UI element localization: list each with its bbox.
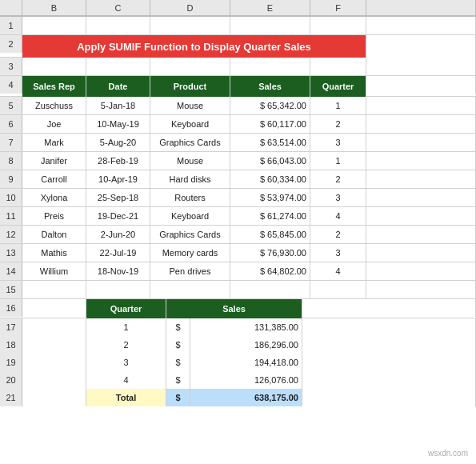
cell-quarter-7: 3	[310, 134, 366, 151]
cell-salesrep-7: Mark	[22, 134, 86, 151]
cell-date-13: 22-Jul-19	[86, 244, 150, 262]
cell-d3	[150, 58, 230, 75]
header-sales-rep: Sales Rep	[22, 76, 86, 97]
cell-product-8: Mouse	[150, 152, 230, 170]
rownum-21: 21	[0, 389, 22, 406]
rownum-4: 4	[0, 76, 22, 94]
cell-date-6: 10-May-19	[86, 115, 150, 133]
spreadsheet: B C D E F 1 2 Apply SUMIF Function to Di…	[0, 0, 476, 464]
rownum-9: 9	[0, 170, 22, 188]
header-sales: Sales	[230, 76, 310, 97]
summary-total-value: 638,175.00	[190, 389, 302, 406]
row-4: 4 Sales Rep Date Product Sales Quarter	[0, 76, 476, 97]
cell-quarter-8: 1	[310, 152, 366, 170]
rownum-1: 1	[0, 17, 22, 34]
cell-date-7: 5-Aug-20	[86, 134, 150, 151]
row-3: 3	[0, 58, 476, 76]
rownum-8: 8	[0, 152, 22, 170]
cell-c1	[86, 17, 150, 34]
data-rows-container: 5 Zuschuss 5-Jan-18 Mouse $ 65,342.00 1 …	[0, 97, 476, 281]
row-12: 12 Dalton 2-Jun-20 Graphics Cards $ 65,8…	[0, 226, 476, 244]
watermark: wsxdn.com	[428, 449, 468, 458]
cell-date-11: 19-Dec-21	[86, 207, 150, 225]
cell-sales-7: $ 63,514.00	[230, 134, 310, 151]
summary-row-17: 17 1 $ 131,385.00	[0, 318, 476, 336]
cell-salesrep-14: Willium	[22, 262, 86, 280]
rownum-10: 10	[0, 189, 22, 206]
cell-e3	[230, 58, 310, 75]
cell-quarter-12: 2	[310, 226, 366, 243]
row-6: 6 Joe 10-May-19 Keyboard $ 60,117.00 2	[0, 115, 476, 134]
cell-quarter-14: 4	[310, 262, 366, 280]
col-header-b: B	[22, 0, 86, 16]
rownum-3: 3	[0, 58, 22, 75]
row-11: 11 Preis 19-Dec-21 Keyboard $ 61,274.00 …	[0, 207, 476, 226]
cell-date-9: 10-Apr-19	[86, 170, 150, 188]
cell-f3	[310, 58, 366, 75]
col-header-c: C	[86, 0, 150, 16]
rownum-13: 13	[0, 244, 22, 262]
title-cell: Apply SUMIF Function to Display Quarter …	[22, 35, 366, 58]
cell-date-10: 25-Sep-18	[86, 189, 150, 206]
cell-salesrep-13: Mathis	[22, 244, 86, 262]
cell-product-13: Memory cards	[150, 244, 230, 262]
cell-quarter-10: 3	[310, 189, 366, 206]
cell-sales-14: $ 64,802.00	[230, 262, 310, 280]
cell-product-14: Pen drives	[150, 262, 230, 280]
cell-product-5: Mouse	[150, 97, 230, 114]
row-2: 2 Apply SUMIF Function to Display Quarte…	[0, 35, 476, 58]
row-16: 16 Quarter Sales	[0, 299, 476, 318]
rownum-7: 7	[0, 134, 22, 151]
cell-product-10: Routers	[150, 189, 230, 206]
cell-d1	[150, 17, 230, 34]
rownum-12: 12	[0, 226, 22, 243]
corner-header	[0, 0, 22, 16]
cell-sales-13: $ 76,930.00	[230, 244, 310, 262]
cell-sales-9: $ 60,334.00	[230, 170, 310, 188]
cell-salesrep-10: Xylona	[22, 189, 86, 206]
cell-salesrep-12: Dalton	[22, 226, 86, 243]
cell-f1	[310, 17, 366, 34]
cell-product-7: Graphics Cards	[150, 134, 230, 151]
cell-salesrep-8: Janifer	[22, 152, 86, 170]
cell-b1	[22, 17, 86, 34]
cell-sales-6: $ 60,117.00	[230, 115, 310, 133]
header-quarter: Quarter	[310, 76, 366, 97]
col-header-rest	[366, 0, 476, 16]
cell-b3	[22, 58, 86, 75]
cell-date-12: 2-Jun-20	[86, 226, 150, 243]
cell-e1	[230, 17, 310, 34]
header-product: Product	[150, 76, 230, 97]
col-header-f: F	[310, 0, 366, 16]
cell-sales-12: $ 65,845.00	[230, 226, 310, 243]
row-5: 5 Zuschuss 5-Jan-18 Mouse $ 65,342.00 1	[0, 97, 476, 115]
row-8: 8 Janifer 28-Feb-19 Mouse $ 66,043.00 1	[0, 152, 476, 170]
col-header-d: D	[150, 0, 230, 16]
row-9: 9 Carroll 10-Apr-19 Hard disks $ 60,334.…	[0, 170, 476, 189]
rownum-2: 2	[0, 35, 22, 53]
row-7: 7 Mark 5-Aug-20 Graphics Cards $ 63,514.…	[0, 134, 476, 152]
summary-row-18: 18 2 $ 186,296.00	[0, 336, 476, 354]
rownum-5: 5	[0, 97, 22, 114]
cell-date-8: 28-Feb-19	[86, 152, 150, 170]
row-1: 1	[0, 17, 476, 35]
rownum-14: 14	[0, 262, 22, 280]
cell-sales-11: $ 61,274.00	[230, 207, 310, 225]
rownum-15: 15	[0, 281, 22, 298]
cell-rest1	[366, 17, 476, 34]
cell-product-12: Graphics Cards	[150, 226, 230, 243]
cell-quarter-6: 2	[310, 115, 366, 133]
cell-quarter-5: 1	[310, 97, 366, 114]
summary-total-prefix: $	[166, 389, 190, 406]
summary-sales-header: Sales	[166, 299, 302, 318]
summary-quarter-header: Quarter	[86, 299, 166, 318]
cell-quarter-13: 3	[310, 244, 366, 262]
rownum-11: 11	[0, 207, 22, 225]
row-14: 14 Willium 18-Nov-19 Pen drives $ 64,802…	[0, 262, 476, 281]
cell-salesrep-11: Preis	[22, 207, 86, 225]
cell-salesrep-6: Joe	[22, 115, 86, 133]
cell-salesrep-5: Zuschuss	[22, 97, 86, 114]
cell-rest4	[366, 76, 476, 94]
cell-rest2	[366, 35, 476, 58]
summary-row-20: 20 4 $ 126,076.00	[0, 371, 476, 389]
